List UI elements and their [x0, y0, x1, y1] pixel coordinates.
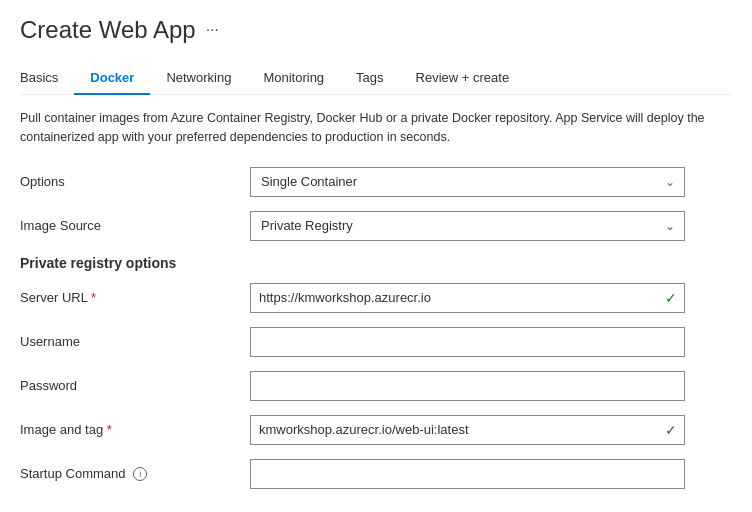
server-url-input[interactable]	[250, 283, 685, 313]
image-source-dropdown[interactable]: Private Registry	[250, 211, 685, 241]
image-source-row: Image Source Private Registry ⌄	[20, 211, 732, 241]
description-text: Pull container images from Azure Contain…	[20, 109, 720, 147]
options-label: Options	[20, 174, 250, 189]
username-control	[250, 327, 732, 357]
username-label: Username	[20, 334, 250, 349]
image-tag-input[interactable]	[250, 415, 685, 445]
startup-info-icon[interactable]: i	[133, 467, 147, 481]
server-url-label: Server URL *	[20, 290, 250, 305]
startup-row: Startup Command i	[20, 459, 732, 489]
startup-input-wrapper	[250, 459, 685, 489]
password-input-wrapper	[250, 371, 685, 401]
options-dropdown-wrapper[interactable]: Single Container ⌄	[250, 167, 685, 197]
password-input[interactable]	[250, 371, 685, 401]
username-input-wrapper	[250, 327, 685, 357]
image-source-label: Image Source	[20, 218, 250, 233]
tab-bar: Basics Docker Networking Monitoring Tags…	[20, 62, 732, 95]
startup-control	[250, 459, 732, 489]
password-label: Password	[20, 378, 250, 393]
page-title: Create Web App	[20, 16, 196, 44]
options-dropdown[interactable]: Single Container	[250, 167, 685, 197]
startup-input[interactable]	[250, 459, 685, 489]
server-url-input-wrapper: ✓	[250, 283, 685, 313]
username-row: Username	[20, 327, 732, 357]
image-tag-row: Image and tag * ✓	[20, 415, 732, 445]
image-tag-input-wrapper: ✓	[250, 415, 685, 445]
tab-monitoring[interactable]: Monitoring	[247, 62, 340, 95]
username-input[interactable]	[250, 327, 685, 357]
server-url-check-icon: ✓	[665, 290, 677, 306]
more-options-icon[interactable]: ···	[206, 21, 219, 39]
server-url-row: Server URL * ✓	[20, 283, 732, 313]
options-row: Options Single Container ⌄	[20, 167, 732, 197]
image-tag-label: Image and tag *	[20, 422, 250, 437]
image-source-control: Private Registry ⌄	[250, 211, 732, 241]
section-heading: Private registry options	[20, 255, 732, 271]
image-tag-control: ✓	[250, 415, 732, 445]
server-url-control: ✓	[250, 283, 732, 313]
tab-basics[interactable]: Basics	[20, 62, 74, 95]
image-source-dropdown-wrapper[interactable]: Private Registry ⌄	[250, 211, 685, 241]
password-control	[250, 371, 732, 401]
startup-label: Startup Command i	[20, 466, 250, 482]
image-tag-check-icon: ✓	[665, 422, 677, 438]
tab-docker[interactable]: Docker	[74, 62, 150, 95]
tab-networking[interactable]: Networking	[150, 62, 247, 95]
page-title-row: Create Web App ···	[20, 16, 732, 44]
password-row: Password	[20, 371, 732, 401]
tab-review-create[interactable]: Review + create	[400, 62, 526, 95]
tab-tags[interactable]: Tags	[340, 62, 399, 95]
options-control: Single Container ⌄	[250, 167, 732, 197]
